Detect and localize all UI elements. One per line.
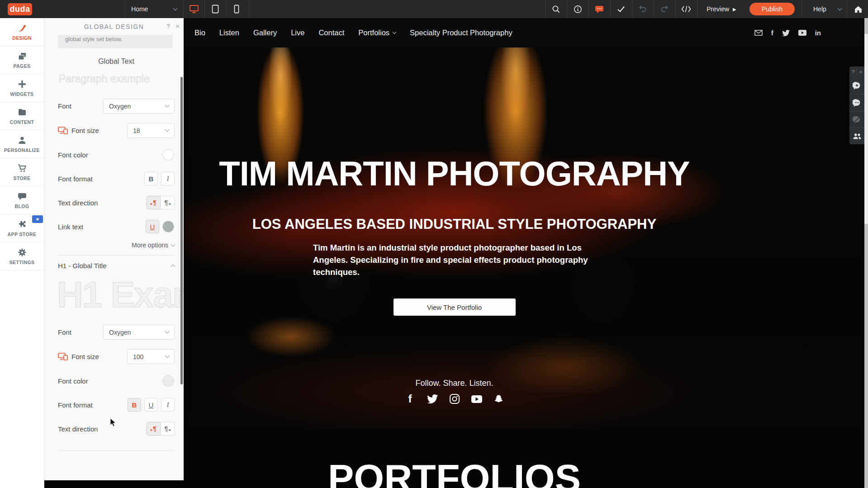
info-button[interactable] <box>567 0 588 18</box>
speech-bubble-icon <box>17 191 27 201</box>
h1-section-title: H1 - Global Title <box>58 262 107 270</box>
duda-logo[interactable]: duda <box>8 3 32 15</box>
facebook-icon[interactable]: f <box>403 392 417 406</box>
nav-link-listen[interactable]: Listen <box>219 28 239 37</box>
link-underline-button[interactable]: U <box>146 220 159 233</box>
h1-font-color-swatch[interactable] <box>162 375 174 387</box>
snapchat-icon[interactable] <box>492 392 506 406</box>
panel-scrollbar[interactable] <box>180 77 183 384</box>
ltr-icon: ▸ <box>151 202 152 206</box>
nav-link-portfolios[interactable]: Portfolios <box>358 28 396 37</box>
info-icon <box>574 5 582 14</box>
sidebar-item-content[interactable]: CONTENT <box>0 102 44 130</box>
bold-button[interactable]: B <box>144 172 158 185</box>
h1-ltr-direction-button[interactable]: ▸¶ <box>147 422 161 436</box>
help-menu[interactable]: Help <box>808 0 847 18</box>
ltr-direction-button[interactable]: ▸¶ <box>147 196 161 209</box>
gear-icon <box>17 247 27 257</box>
puzzle-icon <box>17 219 27 229</box>
dashboard-home-button[interactable] <box>849 0 868 18</box>
redo-icon <box>660 5 669 13</box>
font-size-value: 18 <box>133 127 140 134</box>
sidebar-item-app-store[interactable]: ★ APP STORE <box>0 214 44 242</box>
toolbar-help-button[interactable]: ? <box>849 66 857 77</box>
chevron-down-icon <box>165 103 170 108</box>
mobile-view-button[interactable] <box>226 0 247 18</box>
preview-button[interactable]: Preview ▶ <box>699 0 744 18</box>
h1-underline-button[interactable]: U <box>144 398 158 412</box>
link-text-row: Link text U <box>58 219 175 234</box>
twitter-icon[interactable] <box>782 30 790 36</box>
font-color-swatch[interactable] <box>162 149 174 161</box>
text-direction-label: Text direction <box>58 425 98 433</box>
cart-icon <box>17 163 27 173</box>
youtube-icon[interactable] <box>470 392 484 406</box>
hide-resolved-comments-button[interactable] <box>849 111 864 128</box>
sidebar-item-blog[interactable]: BLOG <box>0 186 44 214</box>
linkedin-icon[interactable]: in <box>815 29 821 37</box>
more-options-link[interactable]: More options <box>58 242 175 249</box>
show-comments-button[interactable] <box>849 94 864 111</box>
desktop-icon <box>189 5 199 14</box>
h1-font-row: Font Oxygen <box>58 325 175 340</box>
save-check-button[interactable] <box>610 0 632 18</box>
preview-scrollbar[interactable] <box>864 18 868 488</box>
sidebar-item-personalize[interactable]: PERSONALIZE <box>0 130 44 158</box>
search-button[interactable] <box>545 0 567 18</box>
undo-button[interactable] <box>632 0 654 18</box>
tablet-view-button[interactable] <box>204 0 226 18</box>
twitter-icon[interactable] <box>426 392 439 406</box>
toolbar-close-button[interactable]: × <box>857 66 864 77</box>
dev-mode-button[interactable] <box>675 0 697 18</box>
facebook-icon[interactable]: f <box>771 29 773 37</box>
nav-link-live[interactable]: Live <box>291 28 304 37</box>
nav-link-specialty[interactable]: Specialty Product Photography <box>410 28 512 37</box>
h1-font-size-value: 100 <box>133 353 143 360</box>
page-selector-dropdown[interactable]: Home <box>125 0 183 18</box>
italic-button[interactable]: I <box>161 172 175 185</box>
h1-rtl-direction-button[interactable]: ¶◂ <box>161 422 175 436</box>
view-portfolio-button[interactable]: View The Portfolio <box>394 298 516 316</box>
sidebar-item-label: APP STORE <box>8 232 37 237</box>
preview-scrollbar-thumb[interactable] <box>864 34 868 224</box>
devices-icon <box>58 353 68 360</box>
font-size-dropdown[interactable]: 18 <box>127 123 175 138</box>
publish-button[interactable]: Publish <box>749 3 795 15</box>
nav-link-gallery[interactable]: Gallery <box>253 28 277 37</box>
h1-font-color-row: Font color <box>58 374 175 388</box>
pages-icon <box>17 51 27 61</box>
panel-help-button[interactable]: ? <box>165 22 173 30</box>
h1-section-header[interactable]: H1 - Global Title <box>58 262 175 270</box>
font-row: Font Oxygen <box>58 99 175 114</box>
help-label: Help <box>813 5 826 13</box>
instagram-icon[interactable] <box>448 392 461 406</box>
email-icon[interactable] <box>754 30 763 36</box>
sidebar-item-settings[interactable]: SETTINGS <box>0 242 44 270</box>
h1-font-size-dropdown[interactable]: 100 <box>127 349 175 364</box>
nav-link-bio[interactable]: Bio <box>194 28 205 37</box>
redo-button[interactable] <box>654 0 675 18</box>
h1-font-family-dropdown[interactable]: Oxygen <box>103 325 175 340</box>
h1-italic-button[interactable]: I <box>161 398 175 412</box>
rtl-direction-button[interactable]: ¶◂ <box>161 196 175 209</box>
sidebar-item-store[interactable]: STORE <box>0 158 44 186</box>
h1-bold-button[interactable]: B <box>128 398 141 412</box>
comments-hidden-icon <box>853 115 861 124</box>
font-family-value: Oxygen <box>109 103 131 110</box>
collaborators-button[interactable] <box>849 128 864 144</box>
sidebar-item-design[interactable]: DESIGN <box>0 18 44 46</box>
person-icon <box>17 135 27 145</box>
panel-close-button[interactable]: × <box>174 22 182 30</box>
nav-link-contact[interactable]: Contact <box>318 28 344 37</box>
font-label: Font <box>58 328 71 336</box>
desktop-view-button[interactable] <box>183 0 204 18</box>
add-comment-button[interactable] <box>849 77 864 94</box>
comments-button[interactable] <box>588 0 610 18</box>
sidebar-item-pages[interactable]: PAGES <box>0 46 44 74</box>
youtube-icon[interactable] <box>798 30 806 36</box>
close-icon: × <box>175 23 180 30</box>
sidebar-item-widgets[interactable]: WIDGETS <box>0 74 44 102</box>
link-color-swatch[interactable] <box>162 221 174 232</box>
font-family-dropdown[interactable]: Oxygen <box>103 99 175 114</box>
site-hero-description[interactable]: Tim Martin is an industrial style produc… <box>313 242 596 278</box>
